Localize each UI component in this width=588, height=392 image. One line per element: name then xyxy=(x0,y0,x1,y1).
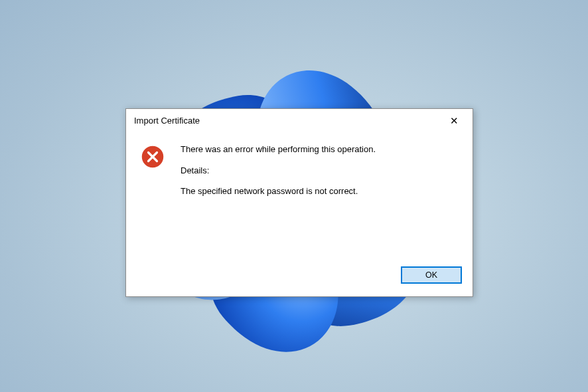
ok-button[interactable]: OK xyxy=(401,266,462,284)
error-details-label: Details: xyxy=(181,165,459,177)
dialog-content: There was an error while performing this… xyxy=(126,132,473,262)
error-icon xyxy=(141,145,165,169)
dialog-footer: OK xyxy=(126,262,473,296)
dialog-title: Import Certificate xyxy=(134,116,200,126)
dialog-titlebar: Import Certificate ✕ xyxy=(126,109,473,132)
dialog-icon-column xyxy=(141,144,174,255)
error-details-text: The specified network password is not co… xyxy=(181,185,459,197)
ok-button-label: OK xyxy=(425,270,437,280)
close-icon: ✕ xyxy=(450,116,459,126)
dialog-text-column: There was an error while performing this… xyxy=(174,144,459,255)
error-dialog: Import Certificate ✕ There was an error … xyxy=(125,108,473,297)
error-message-main: There was an error while performing this… xyxy=(181,144,459,155)
close-button[interactable]: ✕ xyxy=(441,111,467,130)
